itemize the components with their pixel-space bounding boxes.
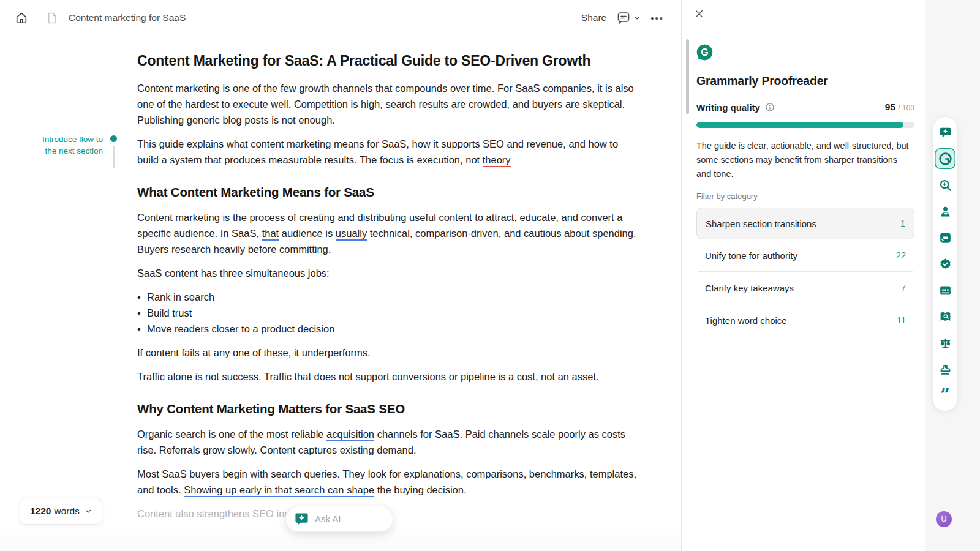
panel-title: Grammarly Proofreader <box>696 74 828 88</box>
quality-summary: The guide is clear, actionable, and well… <box>696 139 914 181</box>
doc-paragraph: Most SaaS buyers begin with search queri… <box>137 466 638 498</box>
grammarly-g-icon[interactable] <box>935 148 956 169</box>
doc-paragraph: Traffic alone is not success. Traffic th… <box>137 369 638 384</box>
share-button[interactable]: Share <box>581 12 606 23</box>
doc-bullet-item: Rank in search <box>137 289 638 305</box>
doc-paragraph: Content marketing is one of the few grow… <box>137 80 638 128</box>
category-label: Tighten word choice <box>705 315 787 326</box>
category-count: 11 <box>897 315 906 325</box>
right-rail: ” U <box>925 0 980 551</box>
quality-score-value: 95 <box>885 102 895 112</box>
doc-heading: Content Marketing for SaaS: A Practical … <box>137 51 638 70</box>
svg-text:G: G <box>701 47 708 58</box>
document-file-icon <box>46 12 58 24</box>
category-count: 7 <box>901 283 906 293</box>
doc-bullet-item: Build trust <box>137 305 638 321</box>
doc-text: Organic search is one of the most reliab… <box>137 429 326 440</box>
close-icon <box>694 9 704 19</box>
writing-quality-label: Writing quality <box>696 102 760 113</box>
plagiarism-book-icon[interactable] <box>935 306 956 327</box>
suggestion-underline[interactable]: that <box>262 228 279 241</box>
doc-paragraph: This guide explains what content marketi… <box>137 136 638 168</box>
audience-icon[interactable] <box>935 280 956 301</box>
category-label: Unify tone for authority <box>705 250 797 261</box>
badge-check-icon[interactable] <box>935 253 956 274</box>
document-title-breadcrumb: Content marketing for SaaS <box>69 12 186 23</box>
avatar-initial: U <box>941 515 946 523</box>
doc-bullet-item: Move readers closer to a product decisio… <box>137 321 638 337</box>
tone-scales-icon[interactable] <box>935 332 956 353</box>
doc-paragraph: SaaS content has three simultaneous jobs… <box>137 265 638 281</box>
category-count: 22 <box>896 250 906 260</box>
doc-text: Content marketing is one of the few grow… <box>137 83 634 126</box>
home-button[interactable] <box>15 11 28 24</box>
grammarly-logo-icon: G <box>696 44 713 61</box>
search-sparkle-icon[interactable] <box>935 174 956 195</box>
category-row[interactable]: Clarify key takeaways7 <box>696 272 914 304</box>
quote-glyph: ” <box>940 390 950 401</box>
word-count-button[interactable]: 1220 words <box>20 498 102 525</box>
citations-quote-icon[interactable]: ” <box>935 385 956 406</box>
quality-score-max: / 100 <box>898 103 914 112</box>
stamp-icon[interactable] <box>935 359 956 380</box>
comment-sparkle-icon[interactable] <box>935 122 956 143</box>
doc-bullet-list: Rank in searchBuild trustMove readers cl… <box>137 289 638 337</box>
assistant-toolbar: ” <box>932 116 958 411</box>
topbar-divider <box>37 11 37 24</box>
margin-comment-line2: the next section <box>34 145 103 157</box>
margin-comment[interactable]: Introduce flow to the next section <box>34 133 103 157</box>
suggestion-underline[interactable]: usually <box>336 228 367 241</box>
doc-text: SaaS content has three simultaneous jobs… <box>137 268 330 279</box>
word-count-value: 1220 <box>30 506 51 517</box>
user-avatar[interactable]: U <box>936 511 952 527</box>
app-window: Content marketing for SaaS Share ••• Int… <box>0 0 980 551</box>
category-row[interactable]: Tighten word choice11 <box>696 304 914 336</box>
comments-icon <box>616 10 631 25</box>
quality-score: 95 / 100 <box>885 102 914 113</box>
suggestion-underline[interactable]: Showing up early in that search can shap… <box>184 484 374 497</box>
doc-heading: Why Content Marketing Matters for SaaS S… <box>137 401 638 417</box>
doc-text: Traffic alone is not success. Traffic th… <box>137 371 599 382</box>
suggestion-underline[interactable]: theory <box>483 154 511 167</box>
personalize-icon[interactable] <box>935 201 956 222</box>
home-icon <box>15 11 28 24</box>
quality-progress-fill <box>696 122 903 128</box>
doc-paragraph: Organic search is one of the most reliab… <box>137 426 638 458</box>
document-topbar: Content marketing for SaaS Share ••• <box>0 0 681 36</box>
margin-comment-line1: Introduce flow to <box>34 133 103 145</box>
suggestion-underline[interactable]: acquisition <box>326 429 374 441</box>
doc-paragraph: If content fails at any one of these, it… <box>137 345 638 361</box>
doc-heading: What Content Marketing Means for SaaS <box>137 184 638 200</box>
word-count-unit: words <box>54 506 79 517</box>
ask-ai-placeholder: Ask AI <box>315 514 341 524</box>
category-row[interactable]: Sharpen section transitions1 <box>696 208 914 239</box>
panel-scrollbar[interactable] <box>686 39 689 114</box>
panel-close-button[interactable] <box>692 8 706 23</box>
category-count: 1 <box>900 219 905 228</box>
ask-ai-sparkle-bubble-icon <box>295 512 309 526</box>
info-icon[interactable] <box>765 102 775 112</box>
rewrite-icon[interactable] <box>935 227 956 248</box>
category-label: Sharpen section transitions <box>706 219 816 229</box>
comment-thread-line <box>113 146 115 168</box>
doc-text: This guide explains what content marketi… <box>137 138 618 165</box>
more-options-button[interactable]: ••• <box>650 13 664 23</box>
chevron-down-icon <box>85 508 92 515</box>
doc-text: If content fails at any one of these, it… <box>137 347 371 358</box>
comment-dot-icon[interactable] <box>110 135 117 142</box>
quality-progress-track <box>696 122 914 128</box>
doc-text: the buying decision. <box>374 484 466 495</box>
comments-toggle-button[interactable] <box>616 10 641 25</box>
chevron-down-icon <box>633 14 641 21</box>
category-list: Sharpen section transitions1Unify tone f… <box>696 208 914 336</box>
document-area[interactable]: Content marketing for SaaS Share ••• Int… <box>0 0 681 551</box>
ask-ai-input[interactable]: Ask AI <box>285 506 393 532</box>
document-body[interactable]: Content Marketing for SaaS: A Practical … <box>137 51 638 530</box>
doc-text: audience is <box>279 228 336 239</box>
category-row[interactable]: Unify tone for authority22 <box>696 239 914 271</box>
filter-by-category-label: Filter by category <box>696 192 758 201</box>
doc-paragraph: Content marketing is the process of crea… <box>137 209 638 257</box>
category-label: Clarify key takeaways <box>705 283 794 293</box>
grammarly-panel: G Grammarly Proofreader Writing quality … <box>681 0 925 551</box>
